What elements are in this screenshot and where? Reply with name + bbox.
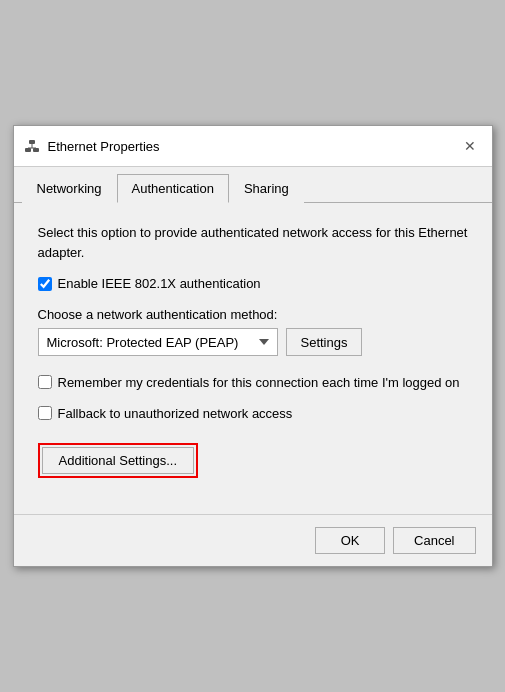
- fallback-label[interactable]: Fallback to unauthorized network access: [58, 405, 293, 423]
- options-checkboxes: Remember my credentials for this connect…: [38, 374, 468, 422]
- network-icon: [24, 138, 40, 154]
- remember-credentials-label[interactable]: Remember my credentials for this connect…: [58, 374, 460, 392]
- close-button[interactable]: ✕: [458, 134, 482, 158]
- title-bar-left: Ethernet Properties: [24, 138, 160, 154]
- svg-rect-0: [25, 148, 31, 152]
- additional-settings-button[interactable]: Additional Settings...: [42, 447, 195, 474]
- fallback-row: Fallback to unauthorized network access: [38, 405, 468, 423]
- remember-credentials-checkbox[interactable]: [38, 375, 52, 389]
- auth-method-dropdown[interactable]: Microsoft: Protected EAP (PEAP) Microsof…: [38, 328, 278, 356]
- description-text: Select this option to provide authentica…: [38, 223, 468, 262]
- tab-sharing[interactable]: Sharing: [229, 174, 304, 203]
- tab-authentication[interactable]: Authentication: [117, 174, 229, 203]
- svg-rect-2: [29, 140, 35, 144]
- cancel-button[interactable]: Cancel: [393, 527, 475, 554]
- svg-rect-1: [33, 148, 39, 152]
- ethernet-properties-window: Ethernet Properties ✕ Networking Authent…: [13, 125, 493, 566]
- tab-networking[interactable]: Networking: [22, 174, 117, 203]
- additional-settings-highlight: Additional Settings...: [38, 443, 199, 478]
- ok-button[interactable]: OK: [315, 527, 385, 554]
- settings-button[interactable]: Settings: [286, 328, 363, 356]
- footer: OK Cancel: [14, 514, 492, 566]
- enable-ieee-row: Enable IEEE 802.1X authentication: [38, 276, 468, 291]
- title-bar: Ethernet Properties ✕: [14, 126, 492, 167]
- window-title: Ethernet Properties: [48, 139, 160, 154]
- tab-content: Select this option to provide authentica…: [14, 203, 492, 513]
- enable-ieee-checkbox[interactable]: [38, 277, 52, 291]
- enable-ieee-label[interactable]: Enable IEEE 802.1X authentication: [58, 276, 261, 291]
- network-auth-label: Choose a network authentication method:: [38, 307, 468, 322]
- tabs-bar: Networking Authentication Sharing: [14, 167, 492, 203]
- dropdown-row: Microsoft: Protected EAP (PEAP) Microsof…: [38, 328, 468, 356]
- fallback-checkbox[interactable]: [38, 406, 52, 420]
- remember-credentials-row: Remember my credentials for this connect…: [38, 374, 468, 392]
